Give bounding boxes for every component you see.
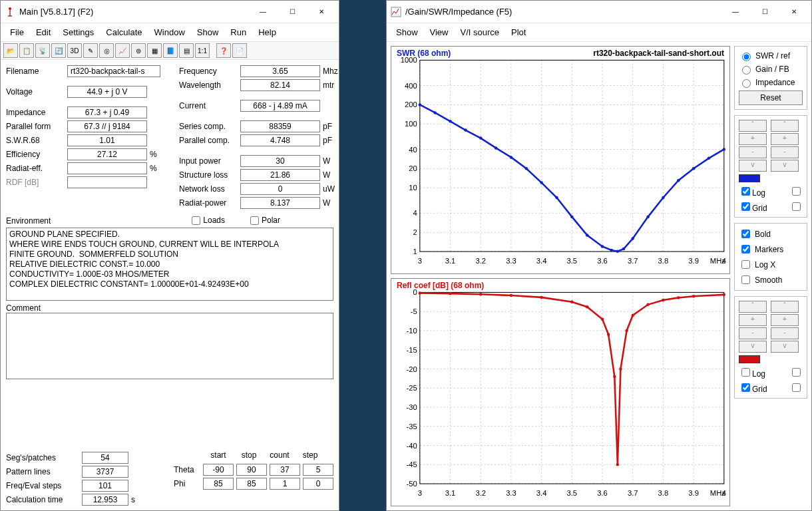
right-value-6[interactable] [240, 169, 320, 181]
menu-visource[interactable]: V/I source [455, 25, 505, 40]
spin2-btn-0-0[interactable]: ˆ [739, 301, 767, 313]
bottom-right-1-3[interactable]: 0 [303, 478, 333, 490]
logx-check[interactable]: Log X [739, 258, 803, 271]
3d-toolbar-button[interactable]: 3D [67, 43, 82, 58]
book-toolbar-button[interactable]: 📘 [163, 43, 178, 58]
right-value-0[interactable] [240, 65, 320, 77]
right-value-1[interactable] [240, 79, 320, 91]
mesh-toolbar-button[interactable]: ▦ [147, 43, 162, 58]
comment-text[interactable] [6, 313, 333, 379]
spin2-btn-1-1[interactable]: + [771, 314, 799, 326]
log-check-2b[interactable] [789, 366, 803, 379]
menu-show[interactable]: Show [192, 25, 224, 40]
bottom-right-1-1[interactable]: 85 [236, 478, 267, 490]
spin2-btn-0-1[interactable]: + [739, 314, 767, 326]
right-value-2[interactable] [240, 100, 320, 112]
environment-text[interactable]: GROUND PLANE SPECIFIED. WHERE WIRE ENDS … [6, 228, 333, 301]
loads-checkbox[interactable]: Loads [189, 214, 225, 227]
open-toolbar-button[interactable]: 📂 [3, 43, 18, 58]
help-toolbar-button[interactable]: ❓ [216, 43, 231, 58]
bottom-left-value-1[interactable]: 3737 [82, 466, 128, 478]
left-value-2[interactable] [67, 120, 147, 132]
spin2-btn-1-3[interactable]: v [771, 341, 799, 353]
spin2-btn-0-2[interactable]: - [739, 327, 767, 339]
spin1-btn-1-1[interactable]: + [771, 133, 799, 145]
minimize-button[interactable]: — [721, 2, 750, 22]
refl-plot[interactable]: Refl coef [dB] (68 ohm) 33.13.23.33.43.5… [391, 278, 730, 506]
menu-window[interactable]: Window [149, 25, 190, 40]
grid-check-2b[interactable] [789, 381, 803, 394]
spin2-btn-1-0[interactable]: ˆ [771, 301, 799, 313]
chart-toolbar-button[interactable]: 📈 [115, 43, 130, 58]
bottom-right-0-2[interactable]: 37 [270, 464, 300, 476]
bottom-right-1-0[interactable]: 85 [203, 478, 234, 490]
edit-toolbar-button[interactable]: ✎ [83, 43, 98, 58]
markers-check[interactable]: Markers [739, 243, 803, 256]
spin1-btn-1-3[interactable]: v [771, 160, 799, 172]
left-value-3[interactable] [67, 134, 147, 146]
graph-titlebar[interactable]: /Gain/SWR/Impedance (F5) — ☐ ✕ [387, 1, 811, 23]
smooth-check[interactable]: Smooth [739, 273, 803, 286]
close-button[interactable]: ✕ [779, 2, 809, 22]
bottom-right-0-1[interactable]: 90 [236, 464, 267, 476]
main-titlebar[interactable]: Main [V5.8.17] (F2) — ☐ ✕ [1, 1, 339, 23]
maximize-button[interactable]: ☐ [750, 2, 779, 22]
menu-view[interactable]: View [425, 25, 454, 40]
bottom-left-value-2[interactable]: 101 [82, 480, 128, 492]
menu-show[interactable]: Show [391, 25, 423, 40]
right-value-7[interactable] [240, 183, 320, 195]
spin1-btn-0-0[interactable]: ˆ [739, 120, 767, 132]
bottom-right-0-3[interactable]: 5 [303, 464, 333, 476]
swr-plot[interactable]: SWR (68 ohm) rt320-backpack-tail-sand-sh… [391, 46, 730, 274]
left-value-4[interactable] [67, 148, 147, 160]
bottom-right-0-0[interactable]: -90 [203, 464, 234, 476]
spin1-btn-1-2[interactable]: - [771, 146, 799, 158]
close-button[interactable]: ✕ [307, 2, 336, 22]
right-value-8[interactable] [240, 197, 320, 209]
circle-toolbar-button[interactable]: ◎ [99, 43, 114, 58]
minimize-button[interactable]: — [248, 2, 278, 22]
left-value-5[interactable] [67, 162, 147, 174]
bottom-right-1-2[interactable]: 1 [270, 478, 300, 490]
bold-check[interactable]: Bold [739, 228, 803, 240]
log-check-1[interactable]: Log [739, 185, 765, 198]
menu-edit[interactable]: Edit [31, 25, 56, 40]
menu-help[interactable]: Help [253, 25, 282, 40]
mode-imp[interactable]: Impedance [739, 77, 803, 88]
refresh-toolbar-button[interactable]: 🔄 [51, 43, 66, 58]
left-value-0[interactable] [67, 86, 147, 98]
spin2-btn-1-2[interactable]: - [771, 327, 799, 339]
sheet-toolbar-button[interactable]: 📄 [232, 43, 247, 58]
grid-check-1b[interactable] [789, 200, 803, 213]
grid-toolbar-button[interactable]: ▤ [179, 43, 194, 58]
maximize-button[interactable]: ☐ [278, 2, 307, 22]
bottom-left-value-3[interactable]: 12.953 [82, 494, 128, 506]
spin1-btn-0-2[interactable]: - [739, 146, 767, 158]
mode-swr[interactable]: SWR / ref [739, 51, 803, 61]
spin2-btn-0-3[interactable]: v [739, 341, 767, 353]
antenna-toolbar-button[interactable]: 📡 [35, 43, 50, 58]
ratio-toolbar-button[interactable]: 1:1 [195, 43, 210, 58]
right-value-5[interactable] [240, 155, 320, 167]
spin1-btn-0-3[interactable]: v [739, 160, 767, 172]
right-value-4[interactable] [240, 134, 320, 146]
spin1-btn-1-0[interactable]: ˆ [771, 120, 799, 132]
menu-file[interactable]: File [5, 25, 29, 40]
filename-field[interactable] [67, 65, 160, 77]
menu-run[interactable]: Run [225, 25, 252, 40]
menu-settings[interactable]: Settings [57, 25, 99, 40]
left-value-1[interactable] [67, 106, 147, 118]
copy-toolbar-button[interactable]: 📋 [19, 43, 34, 58]
right-value-3[interactable] [240, 120, 320, 132]
left-value-6[interactable] [67, 176, 147, 188]
grid-check-2[interactable]: Grid [739, 381, 767, 394]
menu-calculate[interactable]: Calculate [101, 25, 147, 40]
polar-checkbox[interactable]: Polar [248, 214, 280, 227]
log-check-1b[interactable] [789, 185, 803, 198]
grid-check-1[interactable]: Grid [739, 200, 767, 213]
target-toolbar-button[interactable]: ⊚ [131, 43, 146, 58]
bottom-left-value-0[interactable]: 54 [82, 452, 128, 464]
mode-gain[interactable]: Gain / FB [739, 64, 803, 75]
menu-plot[interactable]: Plot [506, 25, 531, 40]
reset-button[interactable]: Reset [739, 90, 803, 105]
